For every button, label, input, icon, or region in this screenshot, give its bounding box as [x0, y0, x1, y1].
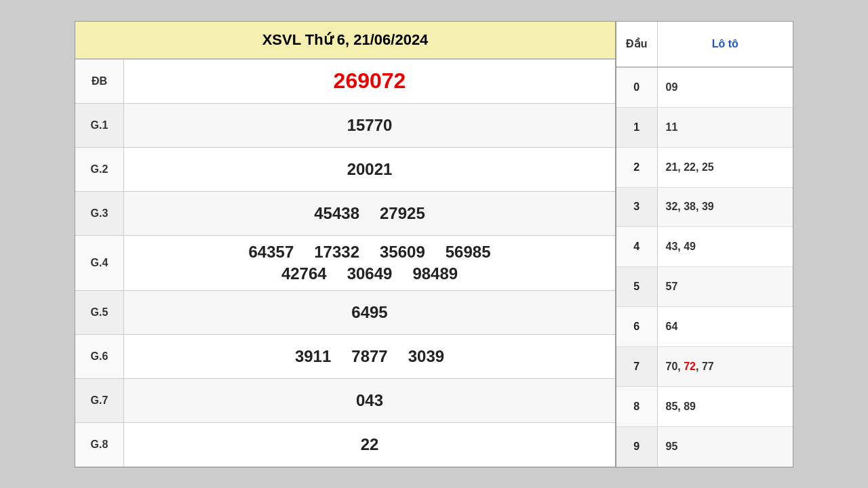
prize-value: 269072: [334, 68, 406, 94]
loto-row: 664: [616, 307, 793, 347]
prize-value: 56985: [446, 243, 491, 262]
prize-values: 15770: [124, 104, 615, 147]
prize-row: G.34543827925: [75, 192, 615, 236]
loto-nums: 64: [657, 307, 793, 347]
prize-value: 45438: [314, 204, 359, 223]
loto-row: 009: [616, 67, 793, 108]
prize-values: 6495: [124, 291, 615, 334]
main-container: XSVL Thứ 6, 21/06/2024 ĐB269072G.115770G…: [75, 21, 793, 468]
loto-dau: 4: [616, 227, 657, 267]
prize-row: G.464357173323560956985427643064998489: [75, 236, 615, 291]
loto-nums: 85, 89: [657, 386, 793, 426]
loto-dau: 9: [616, 426, 657, 466]
loto-body: 009111221, 22, 25332, 38, 39443, 4955766…: [616, 67, 793, 466]
loto-nums: 95: [657, 426, 793, 466]
g4-row: 427643064998489: [281, 264, 458, 283]
prize-value: 3039: [408, 347, 444, 366]
loto-dau: 7: [616, 346, 657, 386]
table-title: XSVL Thứ 6, 21/06/2024: [75, 22, 615, 59]
loto-nums: 21, 22, 25: [657, 147, 793, 187]
prize-row: ĐB269072: [75, 60, 615, 104]
prize-values: 269072: [124, 60, 615, 103]
prize-label: G.5: [75, 291, 124, 334]
prize-row: G.220021: [75, 148, 615, 192]
prize-row: G.56495: [75, 291, 615, 335]
loto-dau: 5: [616, 267, 657, 307]
loto-dau: 3: [616, 187, 657, 227]
prize-value: 17332: [314, 243, 359, 262]
loto-dau-header: Đầu: [616, 22, 657, 67]
prize-value: 98489: [412, 264, 458, 283]
prize-value: 42764: [281, 264, 327, 283]
loto-nums: 57: [657, 267, 793, 307]
prize-values: 20021: [124, 148, 615, 191]
loto-dau: 2: [616, 147, 657, 187]
main-lottery-table: XSVL Thứ 6, 21/06/2024 ĐB269072G.115770G…: [75, 22, 616, 467]
prize-values: 64357173323560956985427643064998489: [124, 236, 615, 290]
prize-value: 30649: [347, 264, 393, 283]
loto-dau: 1: [616, 107, 657, 147]
loto-red-num: 72: [684, 361, 696, 372]
prize-value: 15770: [347, 116, 393, 135]
prize-label: G.4: [75, 236, 124, 290]
loto-nums: 70, 72, 77: [657, 346, 793, 386]
prize-value: 27925: [380, 204, 425, 223]
loto-row: 332, 38, 39: [616, 187, 793, 227]
loto-table: Đầu Lô tô 009111221, 22, 25332, 38, 3944…: [616, 22, 793, 467]
prize-values: 043: [124, 379, 615, 422]
prize-values: 22: [124, 423, 615, 466]
prize-value: 35609: [380, 243, 425, 262]
prize-value: 3911: [295, 347, 331, 366]
prize-value: 64357: [249, 243, 294, 262]
prize-value: 22: [361, 435, 379, 454]
table-header-row: XSVL Thứ 6, 21/06/2024: [75, 22, 615, 59]
loto-row: 443, 49: [616, 227, 793, 267]
loto-row: 770, 72, 77: [616, 346, 793, 386]
prize-row: G.6391178773039: [75, 335, 615, 379]
prize-label: ĐB: [75, 60, 124, 103]
prize-values: 391178773039: [124, 335, 615, 378]
prize-row: G.822: [75, 423, 615, 467]
loto-nums: 32, 38, 39: [657, 187, 793, 227]
loto-row: 995: [616, 426, 793, 466]
loto-row: 221, 22, 25: [616, 147, 793, 187]
loto-row: 557: [616, 267, 793, 307]
loto-loto-header: Lô tô: [657, 22, 793, 67]
prize-row: G.115770: [75, 104, 615, 148]
loto-dau: 8: [616, 386, 657, 426]
prize-label: G.6: [75, 335, 124, 378]
loto-nums: 11: [657, 107, 793, 147]
loto-nums: 43, 49: [657, 227, 793, 267]
prize-value: 6495: [351, 303, 387, 322]
prize-label: G.2: [75, 148, 124, 191]
loto-dau: 0: [616, 67, 657, 108]
loto-header-row: Đầu Lô tô: [616, 22, 793, 67]
loto-nums: 09: [657, 67, 793, 108]
prize-value: 20021: [347, 160, 393, 179]
g4-row: 64357173323560956985: [249, 243, 491, 262]
prize-label: G.3: [75, 192, 124, 235]
prize-value: 7877: [351, 347, 387, 366]
prize-container: ĐB269072G.115770G.220021G.34543827925G.4…: [75, 60, 615, 467]
prize-label: G.1: [75, 104, 124, 147]
prize-row: G.7043: [75, 379, 615, 423]
loto-dau: 6: [616, 307, 657, 347]
prize-values: 4543827925: [124, 192, 615, 235]
prize-label: G.8: [75, 423, 124, 466]
loto-row: 111: [616, 107, 793, 147]
prize-value: 043: [356, 391, 383, 410]
loto-row: 885, 89: [616, 386, 793, 426]
prize-label: G.7: [75, 379, 124, 422]
